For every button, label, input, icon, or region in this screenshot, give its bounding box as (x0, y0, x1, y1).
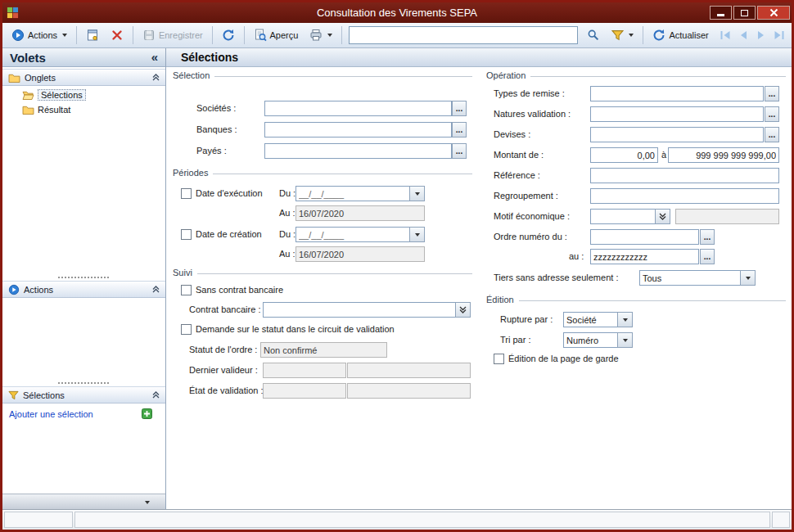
societes-browse-button[interactable]: ... (452, 101, 467, 116)
ordre-numero-au-input[interactable] (590, 249, 699, 264)
contrat-bancaire-dropdown[interactable] (455, 302, 471, 318)
page-garde-checkbox[interactable] (494, 354, 504, 364)
demande-statut-checkbox[interactable] (181, 324, 192, 335)
delete-button[interactable] (106, 26, 129, 44)
chevron-down-icon (145, 501, 150, 504)
search-input[interactable] (349, 26, 578, 44)
print-button[interactable] (305, 26, 337, 44)
ellipsis-label: ... (456, 125, 462, 134)
sidebar-bottom-expander[interactable] (2, 494, 165, 509)
app-window: Consultation des Virements SEPA Actions … (0, 0, 794, 532)
date-execution-label: Date d'exécution (196, 186, 263, 201)
pane-splitter[interactable] (58, 277, 109, 278)
date-execution-du-dropdown[interactable] (409, 186, 425, 201)
next-record-button[interactable] (753, 26, 769, 44)
ordre-numero-au-browse-button[interactable]: ... (700, 249, 715, 264)
save-icon (142, 29, 156, 42)
sans-contrat-label: Sans contrat bancaire (196, 282, 283, 298)
tiers-sans-adresse-dropdown[interactable] (740, 270, 756, 286)
types-remise-input[interactable] (590, 86, 764, 101)
status-cell-right (772, 512, 790, 528)
first-record-button[interactable] (717, 26, 733, 44)
date-execution-du-input[interactable] (295, 186, 410, 201)
etat-validation-libelle-input (347, 383, 471, 399)
date-creation-au-input (295, 246, 425, 262)
actions-menu-button[interactable]: Actions (7, 26, 72, 44)
sidebar: Volets « Onglets Sélections Résultat (2, 48, 166, 509)
previous-record-button[interactable] (735, 26, 751, 44)
preview-button[interactable]: Aperçu (249, 26, 304, 44)
refresh-button[interactable] (217, 26, 240, 44)
sidebar-section-actions[interactable]: Actions (2, 281, 165, 298)
devises-input[interactable] (590, 127, 764, 142)
demande-statut-label: Demande sur le statut dans le circuit de… (196, 322, 395, 337)
ellipsis-label: ... (456, 104, 462, 113)
motif-economique-label: Motif économique : (494, 209, 570, 224)
last-record-icon (774, 30, 785, 40)
sidebar-item-resultat[interactable]: Résultat (2, 102, 165, 117)
group-title: Périodes (173, 168, 208, 178)
actualiser-button[interactable]: Actualiser (647, 26, 713, 44)
regroupement-input[interactable] (590, 188, 779, 204)
date-creation-du-input[interactable] (295, 227, 410, 242)
statut-ordre-input (260, 342, 387, 358)
rupture-par-dropdown[interactable] (617, 312, 633, 327)
pane-splitter[interactable] (58, 382, 109, 384)
types-remise-browse-button[interactable]: ... (765, 86, 779, 101)
ordre-numero-du-browse-button[interactable]: ... (700, 229, 715, 245)
tri-par-input[interactable] (563, 332, 618, 348)
status-cell-main (74, 512, 770, 528)
motif-economique-input[interactable] (590, 209, 656, 224)
ellipsis-label: ... (704, 232, 711, 241)
tiers-sans-adresse-input[interactable] (639, 270, 741, 286)
banques-browse-button[interactable]: ... (452, 122, 467, 138)
ordre-numero-du-input[interactable] (590, 229, 699, 245)
add-selection-row: Ajouter une sélection (2, 408, 165, 422)
toolbar-separator (212, 26, 213, 44)
payes-browse-button[interactable]: ... (452, 143, 467, 159)
natures-validation-input[interactable] (590, 106, 764, 122)
tri-par-dropdown[interactable] (617, 332, 633, 348)
actions-section-label: Actions (24, 285, 53, 295)
regroupement-label: Regroupement : (494, 188, 558, 204)
montant-max-input[interactable] (668, 147, 779, 163)
filter-button[interactable] (607, 27, 638, 43)
banques-input[interactable] (264, 122, 452, 138)
sidebar-section-selections[interactable]: Sélections (2, 386, 165, 404)
contrat-bancaire-input[interactable] (263, 302, 456, 318)
chevron-down-icon (62, 34, 67, 37)
new-record-button[interactable] (81, 26, 104, 44)
add-selection-link[interactable]: Ajouter une sélection (9, 409, 93, 419)
ellipsis-label: ... (769, 130, 775, 139)
sidebar-item-selections[interactable]: Sélections (2, 88, 165, 102)
dernier-valideur-nom-input (347, 363, 471, 378)
form-icon (86, 29, 99, 42)
banques-label: Banques : (196, 122, 237, 138)
collapse-sidebar-button[interactable]: « (151, 52, 158, 63)
chevron-down-icon (415, 192, 420, 196)
main-panel: Sélections Sélection Sociétés : ... Banq… (166, 48, 792, 509)
natures-validation-browse-button[interactable]: ... (765, 106, 779, 122)
date-creation-checkbox[interactable] (181, 229, 192, 240)
toolbar-separator (643, 26, 643, 44)
date-creation-du-dropdown[interactable] (409, 227, 425, 242)
search-button[interactable] (582, 26, 605, 44)
motif-economique-dropdown[interactable] (655, 209, 670, 224)
close-button[interactable] (757, 6, 790, 20)
devises-browse-button[interactable]: ... (765, 127, 779, 142)
contrat-bancaire-label: Contrat bancaire : (189, 302, 260, 318)
sidebar-section-onglets[interactable]: Onglets (2, 69, 165, 86)
montant-min-input[interactable] (590, 147, 658, 163)
rupture-par-input[interactable] (563, 312, 618, 327)
group-periodes: Périodes (173, 167, 472, 178)
minimize-button[interactable] (710, 6, 732, 20)
reference-input[interactable] (590, 168, 779, 183)
add-selection-button[interactable] (142, 408, 152, 419)
societes-input[interactable] (264, 101, 452, 116)
maximize-button[interactable] (733, 6, 756, 20)
payes-label: Payés : (196, 143, 227, 159)
date-execution-checkbox[interactable] (181, 188, 192, 199)
payes-input[interactable] (264, 143, 452, 159)
sans-contrat-checkbox[interactable] (181, 285, 192, 295)
last-record-button[interactable] (771, 26, 787, 44)
